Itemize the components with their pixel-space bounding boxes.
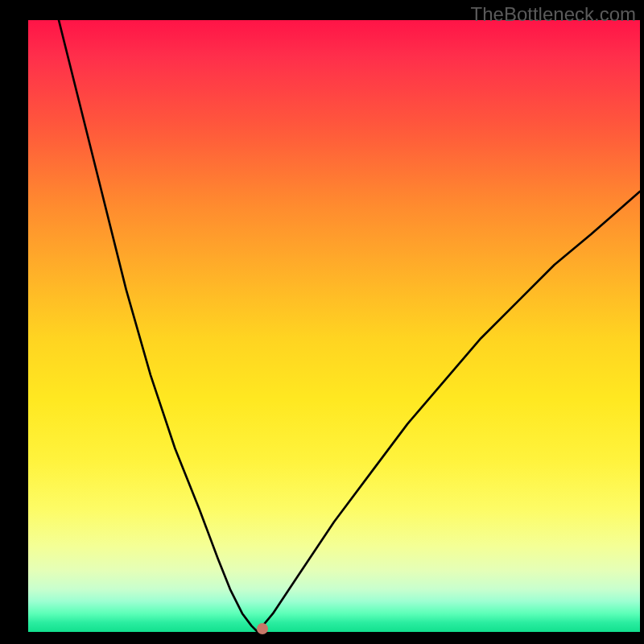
chart-curve	[28, 20, 640, 632]
bottleneck-chart	[28, 20, 640, 632]
watermark-text: TheBottleneck.com	[471, 3, 636, 26]
chart-optimal-marker	[257, 623, 268, 634]
